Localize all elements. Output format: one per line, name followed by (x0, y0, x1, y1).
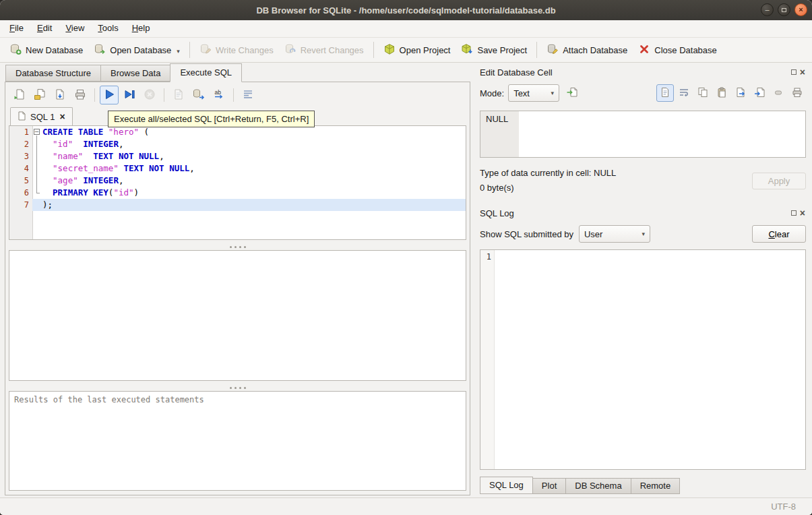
splitter-handle[interactable] (9, 381, 466, 391)
save-sql-file-button[interactable] (51, 86, 69, 104)
editor-line-5[interactable]: 5 "age" INTEGER, (9, 175, 466, 187)
editor-line-4[interactable]: 4 "secret_name" TEXT NOT NULL, (9, 162, 466, 175)
float-panel-icon[interactable] (791, 210, 797, 216)
code-text: "name" TEXT NOT NULL, (42, 150, 466, 162)
open-database-button[interactable]: Open Database ▾ (88, 40, 185, 60)
editor-line-2[interactable]: 2 "id" INTEGER, (9, 138, 466, 150)
apply-button[interactable]: Apply (752, 173, 806, 189)
log-filter-value: User (584, 229, 602, 239)
results-message-area[interactable]: Results of the last executed statements (9, 391, 466, 491)
export-cell-button[interactable] (732, 84, 749, 102)
titlebar[interactable]: DB Browser for SQLite - /home/user/code/… (0, 0, 812, 20)
bottom-tab-db-schema[interactable]: DB Schema (565, 478, 631, 494)
line-number: 2 (9, 138, 32, 150)
chevron-down-icon[interactable]: ▾ (177, 45, 180, 55)
mode-select[interactable]: Text ▾ (508, 84, 559, 102)
close-tab-icon[interactable]: × (59, 111, 65, 122)
bottom-tab-remote[interactable]: Remote (631, 478, 681, 494)
cell-value-editor[interactable]: NULL (480, 111, 806, 158)
import-file-icon (566, 86, 578, 100)
open-sql-file-button[interactable] (30, 86, 49, 104)
cell-value: NULL (486, 114, 508, 124)
toolbar-separator (233, 88, 234, 102)
line-number: 5 (9, 175, 32, 187)
sql-document-tab[interactable]: SQL 1 × (10, 107, 73, 125)
maximize-button[interactable] (778, 3, 790, 16)
close-panel-icon[interactable]: × (800, 69, 805, 75)
execute-all-button[interactable] (100, 86, 119, 104)
tab-execute-sql[interactable]: Execute SQL (170, 63, 242, 82)
splitter-grip (228, 381, 247, 391)
write-changes-button[interactable]: Write Changes (194, 40, 279, 60)
printer-icon (73, 88, 87, 103)
log-content (495, 250, 805, 469)
tab-browse-data[interactable]: Browse Data (100, 65, 170, 82)
log-filter-select[interactable]: User ▾ (579, 225, 650, 243)
chevron-down-icon: ▾ (551, 90, 555, 96)
paste-icon (716, 86, 728, 100)
find-replace-button[interactable]: ab (210, 86, 228, 104)
tab-database-structure[interactable]: Database Structure (5, 65, 101, 82)
execute-current-line-button[interactable] (120, 86, 139, 104)
menu-view[interactable]: View (59, 20, 91, 37)
fold-margin (32, 187, 42, 199)
sql-editor[interactable]: 1–CREATE TABLE "hero" (2 "id" INTEGER,3 … (9, 125, 466, 240)
menu-tools[interactable]: Tools (91, 20, 125, 37)
minimize-button[interactable]: – (761, 3, 774, 16)
splitter-handle[interactable] (9, 240, 466, 250)
float-panel-icon[interactable] (791, 69, 797, 75)
fold-collapse-icon[interactable]: – (32, 126, 42, 138)
new-database-button[interactable]: New Database (4, 40, 88, 60)
new-database-icon (9, 43, 22, 57)
printer-icon (791, 86, 803, 100)
paste-cell-button[interactable] (713, 84, 730, 102)
editor-line-6[interactable]: 6 PRIMARY KEY("id") (9, 187, 466, 199)
line-number: 3 (9, 150, 32, 162)
menu-help[interactable]: Help (125, 20, 157, 37)
open-project-label: Open Project (400, 45, 451, 55)
menubar: FileEditViewToolsHelp (0, 20, 812, 38)
set-null-button[interactable] (770, 84, 787, 102)
editor-line-7[interactable]: 7); (9, 199, 466, 211)
menu-edit[interactable]: Edit (30, 20, 59, 37)
open-sql-new-tab-button[interactable] (10, 86, 29, 104)
save-project-label: Save Project (477, 45, 527, 55)
close-database-button[interactable]: Close Database (633, 40, 722, 60)
stop-icon (143, 88, 156, 103)
sql-log-area[interactable]: 1 (480, 249, 806, 470)
toolbar-separator (189, 42, 190, 58)
clear-log-button[interactable]: Clear (752, 225, 806, 243)
import-cell-button[interactable] (751, 84, 768, 102)
menu-file[interactable]: File (3, 20, 30, 37)
copy-cell-button[interactable] (694, 84, 712, 102)
print-cell-button[interactable] (788, 84, 806, 102)
revert-changes-label: Revert Changes (301, 45, 364, 55)
bottom-tab-sql-log[interactable]: SQL Log (480, 477, 533, 494)
close-panel-icon[interactable]: × (800, 210, 805, 216)
revert-changes-button[interactable]: Revert Changes (279, 40, 369, 60)
attach-database-button[interactable]: Attach Database (541, 40, 633, 60)
format-sql-button[interactable] (239, 86, 257, 104)
log-line-number: 1 (487, 252, 491, 262)
statusbar: UTF-8 (0, 497, 812, 515)
word-wrap-icon (678, 86, 690, 100)
sql-file-icon (18, 111, 26, 123)
results-grid[interactable] (9, 250, 466, 381)
import-arrow-icon (753, 86, 766, 100)
print-sql-button[interactable] (71, 86, 90, 104)
close-window-button[interactable]: × (794, 3, 807, 16)
editor-line-3[interactable]: 3 "name" TEXT NOT NULL, (9, 150, 466, 162)
execute-sql-panel: ab SQL 1 × 1–CREATE TABLE "hero" (2 "id"… (5, 82, 470, 495)
import-data-button[interactable] (563, 84, 581, 102)
open-project-button[interactable]: Open Project (378, 40, 456, 60)
save-results-button[interactable] (169, 86, 188, 104)
export-sql-button[interactable] (189, 86, 208, 104)
cell-info-row: Type of data currently in cell: NULL 0 b… (480, 164, 806, 197)
text-mode-button[interactable] (656, 84, 674, 102)
app-window: DB Browser for SQLite - /home/user/code/… (0, 0, 812, 515)
editor-line-1[interactable]: 1–CREATE TABLE "hero" ( (9, 126, 466, 138)
save-project-button[interactable]: Save Project (456, 40, 532, 60)
word-wrap-button[interactable] (675, 84, 693, 102)
bottom-tab-plot[interactable]: Plot (532, 478, 566, 494)
stop-execution-button[interactable] (140, 86, 159, 104)
